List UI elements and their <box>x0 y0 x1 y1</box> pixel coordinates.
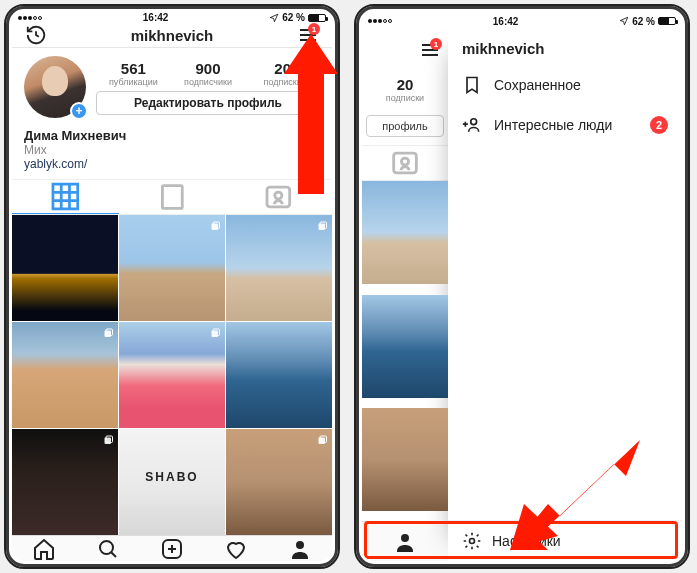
grid-photo[interactable] <box>226 215 332 321</box>
drawer-title: mikhnevich <box>448 30 682 65</box>
menu-button[interactable]: 1 <box>418 38 442 62</box>
bookmark-icon <box>462 75 482 95</box>
svg-rect-21 <box>319 438 326 445</box>
bio-name: Дима Михневич <box>24 128 320 143</box>
bio: Дима Михневич Мих yablyk.com/ <box>12 122 332 179</box>
svg-point-28 <box>296 541 304 549</box>
phone-left: 16:42 62 % mikhnevich <box>4 4 340 569</box>
stat-following[interactable]: 20 подписки <box>362 68 448 111</box>
status-time: 16:42 <box>493 16 519 27</box>
grid-photo[interactable] <box>362 295 448 398</box>
svg-rect-32 <box>394 153 417 173</box>
status-bar: 16:42 62 % <box>12 12 332 23</box>
edit-profile-button-fragment[interactable]: профиль <box>366 115 444 137</box>
carousel-icon <box>209 326 221 338</box>
grid-photo[interactable] <box>119 215 225 321</box>
stat-followers[interactable]: 900 подписчики <box>171 60 246 87</box>
drawer-item-saved[interactable]: Сохраненное <box>448 65 682 105</box>
svg-rect-17 <box>212 331 219 338</box>
svg-rect-9 <box>267 187 290 207</box>
avatar[interactable]: + <box>24 56 86 118</box>
add-person-icon <box>462 115 482 135</box>
svg-rect-11 <box>212 224 219 231</box>
svg-rect-8 <box>162 186 182 209</box>
nav-profile[interactable] <box>288 537 312 561</box>
battery-percent: 62 % <box>632 16 655 27</box>
grid-photo[interactable] <box>12 215 118 321</box>
nav-search[interactable] <box>96 537 120 561</box>
stat-following[interactable]: 20 подписки <box>245 60 320 87</box>
edit-profile-button[interactable]: Редактировать профиль <box>96 91 320 115</box>
nav-activity[interactable] <box>224 537 248 561</box>
carousel-icon <box>102 433 114 445</box>
grid-photo[interactable] <box>226 322 332 428</box>
phone-right: 16:42 62 % 1 20 <box>354 4 690 569</box>
nav-add[interactable] <box>160 537 184 561</box>
bio-category: Мих <box>24 143 320 157</box>
battery-icon <box>308 14 326 22</box>
menu-button[interactable]: 1 <box>296 23 320 47</box>
tab-tagged[interactable] <box>362 145 448 181</box>
profile-underlay: 1 20 подписки профиль <box>362 30 448 561</box>
svg-point-38 <box>470 539 475 544</box>
bio-link[interactable]: yablyk.com/ <box>24 157 320 171</box>
drawer-item-label: Сохраненное <box>494 77 581 93</box>
status-time: 16:42 <box>143 12 169 23</box>
carousel-icon <box>209 219 221 231</box>
tab-feed[interactable] <box>119 180 226 214</box>
svg-rect-19 <box>105 438 112 445</box>
signal-icon <box>368 19 392 23</box>
battery-icon <box>658 17 676 25</box>
stat-posts[interactable]: 561 публикации <box>96 60 171 87</box>
gear-icon <box>462 531 482 551</box>
grid-photo[interactable] <box>119 322 225 428</box>
battery-percent: 62 % <box>282 12 305 23</box>
grid-photo[interactable] <box>362 408 448 511</box>
photo-grid: SHABO <box>12 215 332 535</box>
location-icon <box>619 16 629 26</box>
svg-point-34 <box>401 534 409 542</box>
svg-rect-3 <box>53 185 78 210</box>
carousel-icon <box>316 433 328 445</box>
svg-point-10 <box>275 192 282 199</box>
svg-rect-13 <box>319 224 326 231</box>
grid-photo[interactable]: SHABO <box>119 429 225 535</box>
tab-tagged[interactable] <box>225 180 332 214</box>
svg-point-23 <box>100 541 113 554</box>
archive-icon[interactable] <box>25 24 47 46</box>
drawer-item-discover-people[interactable]: Интересные люди 2 <box>448 105 682 145</box>
profile-nav-bar: mikhnevich 1 <box>12 23 332 48</box>
bottom-nav <box>12 535 332 561</box>
carousel-icon <box>102 326 114 338</box>
profile-tabs <box>12 179 332 215</box>
drawer-settings-label: Настройки <box>492 533 561 549</box>
svg-point-35 <box>471 119 477 125</box>
svg-rect-15 <box>105 331 112 338</box>
status-bar: 16:42 62 % <box>362 12 682 30</box>
grid-photo[interactable] <box>12 322 118 428</box>
grid-photo[interactable] <box>362 181 448 284</box>
nav-profile[interactable] <box>393 530 417 554</box>
menu-badge: 1 <box>430 38 442 50</box>
grid-photo[interactable] <box>226 429 332 535</box>
location-icon <box>269 13 279 23</box>
tab-grid[interactable] <box>12 180 119 214</box>
svg-line-24 <box>111 552 116 557</box>
drawer-item-label: Интересные люди <box>494 117 612 133</box>
signal-icon <box>18 16 42 20</box>
svg-point-33 <box>401 158 408 165</box>
drawer-settings[interactable]: Настройки <box>448 520 682 561</box>
nav-home[interactable] <box>32 537 56 561</box>
profile-title: mikhnevich <box>50 27 294 44</box>
carousel-icon <box>316 219 328 231</box>
side-drawer: mikhnevich Сохраненное Интересные люди 2 <box>448 30 682 561</box>
notification-badge: 2 <box>650 116 668 134</box>
grid-photo[interactable] <box>12 429 118 535</box>
add-story-icon[interactable]: + <box>70 102 88 120</box>
